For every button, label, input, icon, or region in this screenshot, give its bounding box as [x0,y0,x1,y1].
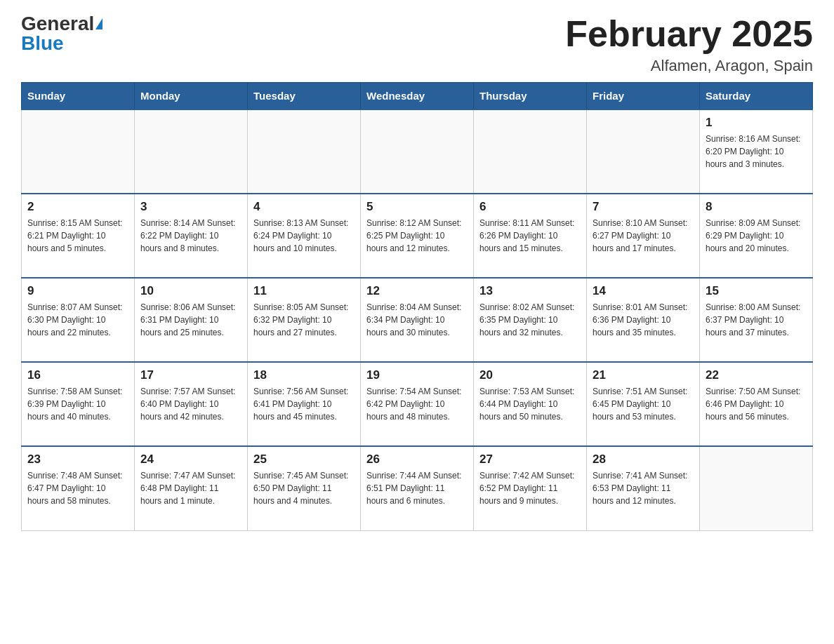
day-info: Sunrise: 8:14 AM Sunset: 6:22 PM Dayligh… [140,217,241,255]
day-info: Sunrise: 7:47 AM Sunset: 6:48 PM Dayligh… [140,469,241,507]
day-number: 18 [253,368,355,382]
calendar-cell: 16Sunrise: 7:58 AM Sunset: 6:39 PM Dayli… [22,362,135,446]
day-info: Sunrise: 7:56 AM Sunset: 6:41 PM Dayligh… [253,385,355,423]
day-number: 11 [253,284,355,298]
day-info: Sunrise: 8:12 AM Sunset: 6:25 PM Dayligh… [366,217,468,255]
day-info: Sunrise: 7:54 AM Sunset: 6:42 PM Dayligh… [366,385,468,423]
calendar-cell: 10Sunrise: 8:06 AM Sunset: 6:31 PM Dayli… [135,278,248,362]
calendar-cell: 1Sunrise: 8:16 AM Sunset: 6:20 PM Daylig… [700,109,813,194]
calendar-cell: 11Sunrise: 8:05 AM Sunset: 6:32 PM Dayli… [248,278,361,362]
day-info: Sunrise: 7:44 AM Sunset: 6:51 PM Dayligh… [366,469,468,507]
calendar-cell: 6Sunrise: 8:11 AM Sunset: 6:26 PM Daylig… [474,194,587,278]
calendar-week-2: 9Sunrise: 8:07 AM Sunset: 6:30 PM Daylig… [22,278,813,362]
day-info: Sunrise: 7:45 AM Sunset: 6:50 PM Dayligh… [253,469,355,507]
day-number: 9 [27,284,128,298]
day-number: 16 [27,368,128,382]
day-number: 27 [479,452,581,467]
calendar-header-row: SundayMondayTuesdayWednesdayThursdayFrid… [22,83,813,110]
logo: General Blue [21,14,102,53]
page-header: General Blue February 2025 Alfamen, Arag… [21,14,813,75]
calendar-cell: 24Sunrise: 7:47 AM Sunset: 6:48 PM Dayli… [135,446,248,530]
day-info: Sunrise: 8:09 AM Sunset: 6:29 PM Dayligh… [706,217,807,255]
calendar-cell: 14Sunrise: 8:01 AM Sunset: 6:36 PM Dayli… [587,278,700,362]
day-info: Sunrise: 8:05 AM Sunset: 6:32 PM Dayligh… [253,301,355,339]
day-info: Sunrise: 8:02 AM Sunset: 6:35 PM Dayligh… [479,301,581,339]
calendar-cell [474,109,587,194]
calendar-week-0: 1Sunrise: 8:16 AM Sunset: 6:20 PM Daylig… [22,109,813,194]
calendar-week-1: 2Sunrise: 8:15 AM Sunset: 6:21 PM Daylig… [22,194,813,278]
weekday-header-wednesday: Wednesday [361,83,474,110]
day-info: Sunrise: 8:01 AM Sunset: 6:36 PM Dayligh… [593,301,694,339]
calendar-week-3: 16Sunrise: 7:58 AM Sunset: 6:39 PM Dayli… [22,362,813,446]
location-text: Alfamen, Aragon, Spain [565,57,813,75]
calendar-cell [361,109,474,194]
day-number: 13 [479,284,581,298]
day-info: Sunrise: 8:10 AM Sunset: 6:27 PM Dayligh… [593,217,694,255]
calendar-cell: 28Sunrise: 7:41 AM Sunset: 6:53 PM Dayli… [587,446,700,530]
day-number: 23 [27,452,128,467]
title-section: February 2025 Alfamen, Aragon, Spain [565,14,813,75]
day-number: 3 [140,200,241,214]
day-number: 15 [706,284,807,298]
calendar-week-4: 23Sunrise: 7:48 AM Sunset: 6:47 PM Dayli… [22,446,813,530]
calendar-cell: 18Sunrise: 7:56 AM Sunset: 6:41 PM Dayli… [248,362,361,446]
day-info: Sunrise: 8:13 AM Sunset: 6:24 PM Dayligh… [253,217,355,255]
day-number: 25 [253,452,355,467]
calendar-cell: 20Sunrise: 7:53 AM Sunset: 6:44 PM Dayli… [474,362,587,446]
calendar-cell: 23Sunrise: 7:48 AM Sunset: 6:47 PM Dayli… [22,446,135,530]
calendar-cell: 7Sunrise: 8:10 AM Sunset: 6:27 PM Daylig… [587,194,700,278]
weekday-header-saturday: Saturday [700,83,813,110]
calendar-cell: 8Sunrise: 8:09 AM Sunset: 6:29 PM Daylig… [700,194,813,278]
day-number: 10 [140,284,241,298]
day-info: Sunrise: 7:53 AM Sunset: 6:44 PM Dayligh… [479,385,581,423]
day-info: Sunrise: 8:06 AM Sunset: 6:31 PM Dayligh… [140,301,241,339]
calendar-cell: 3Sunrise: 8:14 AM Sunset: 6:22 PM Daylig… [135,194,248,278]
day-number: 14 [593,284,694,298]
calendar-cell: 15Sunrise: 8:00 AM Sunset: 6:37 PM Dayli… [700,278,813,362]
day-info: Sunrise: 8:04 AM Sunset: 6:34 PM Dayligh… [366,301,468,339]
day-number: 12 [366,284,468,298]
calendar-cell: 4Sunrise: 8:13 AM Sunset: 6:24 PM Daylig… [248,194,361,278]
day-number: 1 [706,116,807,130]
day-info: Sunrise: 8:16 AM Sunset: 6:20 PM Dayligh… [706,133,807,170]
day-info: Sunrise: 7:42 AM Sunset: 6:52 PM Dayligh… [479,469,581,507]
calendar-cell: 12Sunrise: 8:04 AM Sunset: 6:34 PM Dayli… [361,278,474,362]
day-number: 19 [366,368,468,382]
calendar-cell: 25Sunrise: 7:45 AM Sunset: 6:50 PM Dayli… [248,446,361,530]
day-number: 8 [706,200,807,214]
day-info: Sunrise: 7:51 AM Sunset: 6:45 PM Dayligh… [593,385,694,423]
weekday-header-friday: Friday [587,83,700,110]
day-info: Sunrise: 7:50 AM Sunset: 6:46 PM Dayligh… [706,385,807,423]
day-number: 20 [479,368,581,382]
day-number: 24 [140,452,241,467]
calendar-cell: 5Sunrise: 8:12 AM Sunset: 6:25 PM Daylig… [361,194,474,278]
day-number: 6 [479,200,581,214]
calendar-cell: 21Sunrise: 7:51 AM Sunset: 6:45 PM Dayli… [587,362,700,446]
day-info: Sunrise: 7:41 AM Sunset: 6:53 PM Dayligh… [593,469,694,507]
logo-triangle-icon [95,18,102,29]
weekday-header-thursday: Thursday [474,83,587,110]
day-info: Sunrise: 7:48 AM Sunset: 6:47 PM Dayligh… [27,469,128,507]
calendar-cell [248,109,361,194]
calendar-cell [135,109,248,194]
calendar-cell: 22Sunrise: 7:50 AM Sunset: 6:46 PM Dayli… [700,362,813,446]
calendar-cell: 26Sunrise: 7:44 AM Sunset: 6:51 PM Dayli… [361,446,474,530]
calendar-cell [587,109,700,194]
day-number: 22 [706,368,807,382]
calendar-cell [22,109,135,194]
calendar-cell: 19Sunrise: 7:54 AM Sunset: 6:42 PM Dayli… [361,362,474,446]
weekday-header-monday: Monday [135,83,248,110]
month-title: February 2025 [565,14,813,54]
day-number: 21 [593,368,694,382]
calendar-cell: 9Sunrise: 8:07 AM Sunset: 6:30 PM Daylig… [22,278,135,362]
day-info: Sunrise: 8:15 AM Sunset: 6:21 PM Dayligh… [27,217,128,255]
calendar-table: SundayMondayTuesdayWednesdayThursdayFrid… [21,82,813,531]
day-info: Sunrise: 8:11 AM Sunset: 6:26 PM Dayligh… [479,217,581,255]
calendar-cell: 13Sunrise: 8:02 AM Sunset: 6:35 PM Dayli… [474,278,587,362]
day-info: Sunrise: 7:57 AM Sunset: 6:40 PM Dayligh… [140,385,241,423]
day-number: 17 [140,368,241,382]
logo-blue-text: Blue [21,34,64,53]
day-number: 26 [366,452,468,467]
weekday-header-tuesday: Tuesday [248,83,361,110]
day-info: Sunrise: 7:58 AM Sunset: 6:39 PM Dayligh… [27,385,128,423]
